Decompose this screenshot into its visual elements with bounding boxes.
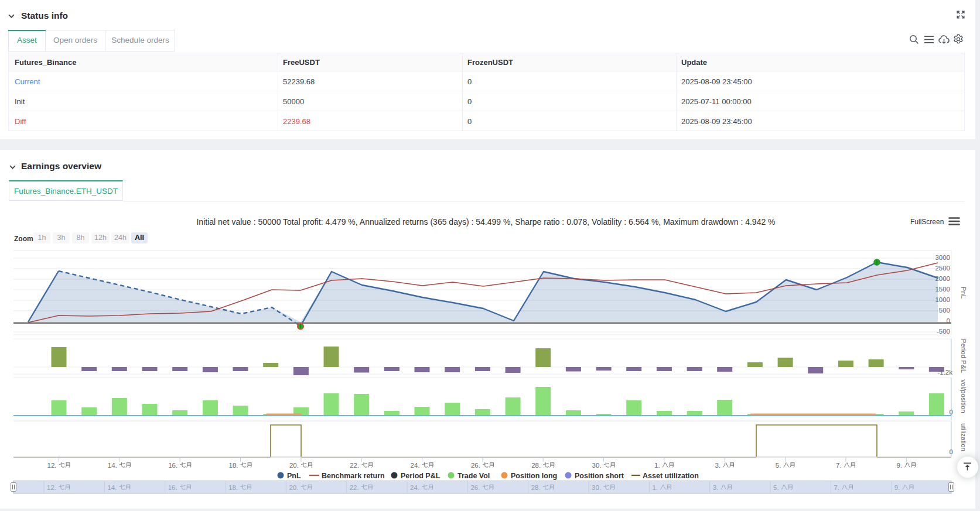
svg-text:0: 0: [950, 409, 953, 416]
svg-text:24.: 24.: [410, 484, 419, 491]
svg-text:Period P&L: Period P&L: [401, 472, 441, 480]
svg-text:1500: 1500: [935, 286, 950, 293]
svg-text:0: 0: [947, 317, 950, 324]
svg-text:12.: 12.: [47, 484, 56, 491]
svg-text:Period P&L: Period P&L: [960, 339, 967, 373]
svg-text:2500: 2500: [935, 265, 950, 272]
svg-text:22.: 22.: [350, 462, 359, 469]
svg-text:vol/position: vol/position: [960, 379, 967, 413]
svg-text:14.: 14.: [108, 462, 117, 469]
svg-text:28.: 28.: [531, 484, 541, 491]
svg-text:0: 0: [950, 448, 953, 455]
svg-text:12.: 12.: [47, 462, 57, 469]
svg-text:9.: 9.: [897, 462, 903, 469]
svg-text:5.: 5.: [776, 462, 781, 469]
svg-text:Position long: Position long: [511, 472, 557, 480]
svg-text:16.: 16.: [168, 462, 177, 469]
svg-text:500: 500: [939, 307, 950, 314]
svg-text:PnL: PnL: [287, 472, 301, 480]
svg-text:14.: 14.: [107, 484, 117, 491]
svg-text:20.: 20.: [289, 484, 298, 491]
svg-text:20.: 20.: [289, 462, 299, 469]
svg-text:utilization: utilization: [960, 423, 967, 451]
svg-text:5.: 5.: [773, 484, 779, 491]
svg-text:-500: -500: [937, 328, 950, 335]
svg-text:7.: 7.: [834, 484, 839, 491]
svg-text:-1.2k: -1.2k: [937, 369, 952, 376]
svg-text:16.: 16.: [168, 484, 177, 491]
svg-text:26.: 26.: [471, 462, 480, 469]
svg-text:7.: 7.: [836, 462, 842, 469]
svg-text:30.: 30.: [592, 484, 601, 491]
svg-text:1000: 1000: [935, 296, 950, 303]
svg-text:3.: 3.: [713, 484, 719, 491]
svg-text:Position short: Position short: [575, 472, 624, 480]
svg-text:30.: 30.: [592, 462, 602, 469]
svg-text:18.: 18.: [229, 462, 238, 469]
svg-text:24.: 24.: [411, 462, 420, 469]
svg-text:Benchmark return: Benchmark return: [322, 472, 385, 480]
svg-text:3.: 3.: [715, 462, 721, 469]
svg-text:PnL: PnL: [960, 287, 967, 299]
svg-text:18.: 18.: [228, 484, 238, 491]
svg-text:Asset utilization: Asset utilization: [643, 472, 699, 480]
svg-text:3000: 3000: [935, 254, 950, 261]
svg-text:Trade Vol: Trade Vol: [457, 472, 490, 480]
svg-text:1.: 1.: [654, 462, 660, 469]
svg-text:1.: 1.: [652, 484, 658, 491]
svg-text:28.: 28.: [531, 462, 541, 469]
svg-text:22.: 22.: [350, 484, 359, 491]
svg-text:9.: 9.: [894, 484, 900, 491]
svg-text:26.: 26.: [470, 484, 480, 491]
svg-text:2000: 2000: [935, 275, 950, 282]
